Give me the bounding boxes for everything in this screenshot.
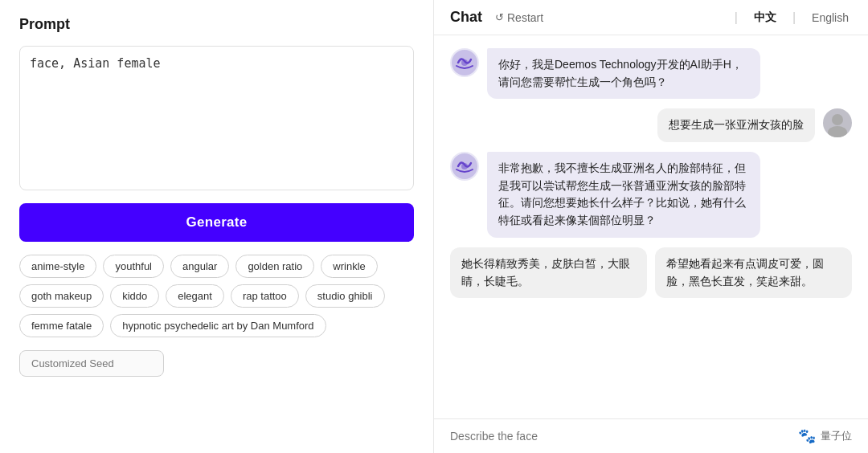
chat-input[interactable] (450, 430, 790, 443)
chat-title: Chat (450, 9, 482, 26)
left-panel: Prompt Generate anime-styleyouthfulangul… (0, 0, 434, 453)
tag-item[interactable]: kiddo (110, 284, 159, 308)
bubble-ai-1: 你好，我是Deemos Technology开发的AI助手H，请问您需要帮忙生成… (487, 48, 760, 99)
svg-point-3 (828, 126, 847, 137)
lang-zh-button[interactable]: 中文 (751, 10, 780, 25)
tag-item[interactable]: rap tattoo (231, 284, 299, 308)
watermark-text: 量子位 (821, 429, 852, 443)
tag-item[interactable]: golden ratio (235, 255, 314, 278)
tag-item[interactable]: angular (170, 255, 229, 278)
svg-point-5 (461, 163, 468, 169)
message-row-ai-1: 你好，我是Deemos Technology开发的AI助手H，请问您需要帮忙生成… (450, 48, 852, 99)
chat-messages: 你好，我是Deemos Technology开发的AI助手H，请问您需要帮忙生成… (434, 35, 868, 418)
right-panel: Chat ↺ Restart | 中文 | English 你好，我是Deemo… (434, 0, 868, 453)
tag-item[interactable]: hypnotic psychedelic art by Dan Mumford (110, 314, 326, 337)
seed-input[interactable] (19, 350, 164, 377)
message-pair: 她长得精致秀美，皮肤白皙，大眼睛，长睫毛。 希望她看起来有点调皮可爱，圆脸，黑色… (450, 247, 852, 298)
prompt-input[interactable] (19, 46, 414, 190)
generate-button[interactable]: Generate (19, 203, 414, 242)
bubble-user-left: 她长得精致秀美，皮肤白皙，大眼睛，长睫毛。 (450, 247, 647, 298)
svg-point-2 (832, 114, 843, 125)
lang-separator: | (792, 10, 796, 25)
message-row-user-1: 想要生成一张亚洲女孩的脸 (450, 108, 852, 142)
avatar-user-1 (823, 108, 852, 137)
ai-logo-icon (450, 48, 479, 77)
tag-item[interactable]: femme fatale (19, 314, 104, 337)
tag-item[interactable]: youthful (103, 255, 164, 278)
lang-en-button[interactable]: English (809, 11, 852, 24)
lang-divider: | (735, 10, 738, 25)
tag-item[interactable]: wrinkle (321, 255, 377, 278)
tags-container: anime-styleyouthfulangulargolden ratiowr… (19, 255, 414, 337)
bubble-user-right: 希望她看起来有点调皮可爱，圆脸，黑色长直发，笑起来甜。 (655, 247, 852, 298)
restart-icon: ↺ (495, 11, 504, 23)
tag-item[interactable]: studio ghibli (305, 284, 385, 308)
user-avatar-icon (823, 108, 852, 137)
tag-item[interactable]: elegant (166, 284, 224, 308)
avatar-ai-2 (450, 152, 479, 181)
message-row-ai-2: 非常抱歉，我不擅长生成亚洲名人的脸部特征，但是我可以尝试帮您生成一张普通亚洲女孩… (450, 152, 852, 238)
tag-item[interactable]: anime-style (19, 255, 96, 278)
avatar-ai-1 (450, 48, 479, 77)
svg-point-1 (461, 59, 468, 66)
ai-logo-icon-2 (450, 152, 479, 181)
bubble-user-1: 想要生成一张亚洲女孩的脸 (657, 108, 815, 142)
restart-label: Restart (507, 11, 543, 24)
bubble-ai-2: 非常抱歉，我不擅长生成亚洲名人的脸部特征，但是我可以尝试帮您生成一张普通亚洲女孩… (487, 152, 760, 238)
chat-input-area: 🐾 量子位 (434, 418, 868, 453)
chat-header: Chat ↺ Restart | 中文 | English (434, 0, 868, 35)
watermark-icon: 🐾 (798, 427, 816, 445)
watermark: 🐾 量子位 (798, 427, 852, 445)
tag-item[interactable]: goth makeup (19, 284, 104, 308)
prompt-title: Prompt (19, 16, 414, 33)
restart-button[interactable]: ↺ Restart (495, 11, 543, 24)
